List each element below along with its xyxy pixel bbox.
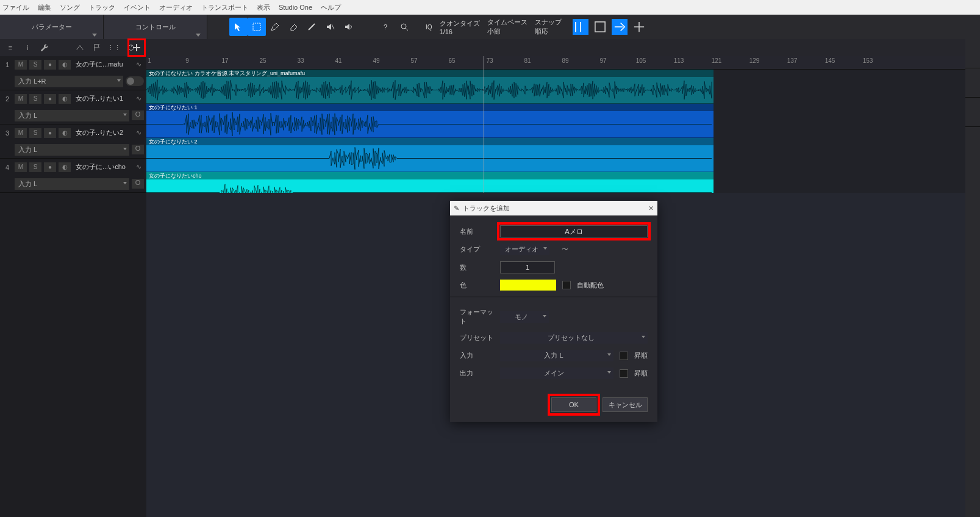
mute-tool[interactable] xyxy=(321,18,339,36)
input-select[interactable]: 入力 L xyxy=(15,144,129,156)
preset-value: プリセットなし xyxy=(548,334,595,341)
input-asc-checkbox[interactable] xyxy=(620,352,628,360)
menu-edit[interactable]: 編集 xyxy=(38,3,51,12)
monitor-button[interactable]: ◐ xyxy=(59,60,71,70)
input-select[interactable]: 入力 L xyxy=(15,178,129,190)
side-tab-1[interactable] xyxy=(965,39,980,68)
info-icon[interactable]: i xyxy=(22,42,33,53)
menu-track[interactable]: トラック xyxy=(88,3,115,12)
monitor-button[interactable]: ◐ xyxy=(59,162,71,172)
svg-point-3 xyxy=(401,24,406,29)
automation-icon[interactable] xyxy=(74,42,85,53)
preset-select[interactable]: プリセットなし xyxy=(500,332,648,344)
input-value: 入力 L xyxy=(544,352,563,359)
count-input[interactable] xyxy=(500,261,555,273)
format-select[interactable]: モノ xyxy=(500,311,549,323)
timebase-select[interactable]: 小節 xyxy=(487,27,501,36)
side-tab-3[interactable] xyxy=(965,98,980,127)
toggle[interactable] xyxy=(126,76,144,86)
track-header[interactable]: 1 M S ● ◐ 女の子に...mafu ∿ 入力 L+R xyxy=(0,56,146,90)
menu-help[interactable]: ヘルプ xyxy=(321,3,341,12)
side-tab-2[interactable] xyxy=(965,68,980,98)
menu-file[interactable]: ファイル xyxy=(2,3,29,12)
solo-button[interactable]: S xyxy=(29,94,41,104)
search-icon[interactable] xyxy=(395,18,413,36)
o-button[interactable]: O xyxy=(132,145,144,154)
snap-toggle-3[interactable] xyxy=(612,19,628,35)
autocolor-checkbox[interactable] xyxy=(562,281,571,289)
menu-view[interactable]: 表示 xyxy=(257,3,270,12)
timeline-ruler[interactable]: 1917253341495765738189971051131211291371… xyxy=(146,56,980,70)
track-list: 1 M S ● ◐ 女の子に...mafu ∿ 入力 L+R 2 M S ● ◐… xyxy=(0,56,146,517)
close-icon[interactable]: ✕ xyxy=(648,204,654,212)
track-header[interactable]: 4 M S ● ◐ 女の子に...いcho ∿ 入力 L O xyxy=(0,159,146,193)
output-asc-checkbox[interactable] xyxy=(620,369,628,378)
arrow-tool[interactable] xyxy=(229,18,248,36)
type-select[interactable]: オーディオ xyxy=(500,244,549,255)
clip-label: 女の子になりたい 1 xyxy=(146,104,714,111)
solo-button[interactable]: S xyxy=(29,60,41,70)
dialog-icon: ✎ xyxy=(454,204,459,212)
ok-button[interactable]: OK xyxy=(551,397,596,412)
dialog-titlebar[interactable]: ✎ トラックを追加 ✕ xyxy=(450,201,657,215)
solo-button[interactable]: S xyxy=(29,128,41,138)
monitor-button[interactable]: ◐ xyxy=(59,128,71,138)
menu-event[interactable]: イベント xyxy=(124,3,151,12)
color-swatch[interactable] xyxy=(500,280,556,291)
mute-button[interactable]: M xyxy=(15,94,27,104)
input-select[interactable]: 入力 L+R xyxy=(15,76,123,87)
output-select[interactable]: メイン xyxy=(500,367,613,379)
mute-button[interactable]: M xyxy=(15,128,27,138)
paint-tool[interactable] xyxy=(302,18,321,36)
parameter-label: パラメーター xyxy=(32,23,72,32)
track-header[interactable]: 3 M S ● ◐ 女の子..りたい2 ∿ 入力 L O xyxy=(0,125,146,159)
menu-song[interactable]: ソング xyxy=(60,3,80,12)
mute-button[interactable]: M xyxy=(15,162,27,172)
record-button[interactable]: ● xyxy=(44,162,56,172)
input-select[interactable]: 入力 L xyxy=(500,350,613,361)
flag-icon[interactable] xyxy=(91,42,102,53)
track-name[interactable]: 女の子..りたい2 xyxy=(76,128,131,137)
control-dropdown[interactable]: コントロール xyxy=(104,15,207,39)
name-input[interactable] xyxy=(500,225,648,237)
snap-toggle-4[interactable] xyxy=(631,19,647,35)
solo-button[interactable]: S xyxy=(29,162,41,172)
listen-tool[interactable] xyxy=(339,18,357,36)
audio-clip[interactable]: 女の子になりたい 2 xyxy=(146,138,714,172)
snap-toggle-2[interactable] xyxy=(592,19,608,35)
track-name[interactable]: 女の子..りたい1 xyxy=(76,94,131,103)
quantize-select[interactable]: 1/16 xyxy=(440,28,452,35)
menu-transport[interactable]: トランスポート xyxy=(201,3,248,12)
o-button[interactable]: O xyxy=(132,179,144,189)
wrench-icon[interactable] xyxy=(39,42,50,53)
track-number: 4 xyxy=(2,164,12,171)
list-icon[interactable]: ≡ xyxy=(5,42,16,53)
eraser-tool[interactable] xyxy=(284,18,302,36)
ruler-mark: 57 xyxy=(410,57,417,64)
parameter-dropdown[interactable]: パラメーター xyxy=(0,15,104,39)
input-select[interactable]: 入力 L xyxy=(15,110,129,121)
add-track-button[interactable] xyxy=(129,40,145,56)
cancel-button[interactable]: キャンセル xyxy=(603,397,648,412)
grid-icon[interactable]: ⋮⋮ xyxy=(109,42,120,53)
o-button[interactable]: O xyxy=(132,110,144,120)
range-tool[interactable] xyxy=(248,18,266,36)
track-name[interactable]: 女の子に...いcho xyxy=(76,162,131,172)
snap-select[interactable]: 順応 xyxy=(535,27,548,36)
audio-clip[interactable]: 女の子になりたい 1 xyxy=(146,104,714,138)
track-name[interactable]: 女の子に...mafu xyxy=(76,60,131,69)
record-button[interactable]: ● xyxy=(44,128,56,138)
snap-toggle-1[interactable] xyxy=(573,19,588,35)
waveform-icon: ∿ xyxy=(133,60,144,68)
ruler-mark: 89 xyxy=(562,57,568,64)
pencil-tool[interactable] xyxy=(266,18,284,36)
menu-audio[interactable]: オーディオ xyxy=(159,3,193,12)
help-icon[interactable]: ? xyxy=(377,18,395,36)
mute-button[interactable]: M xyxy=(15,60,27,70)
record-button[interactable]: ● xyxy=(44,94,56,104)
menu-studioone[interactable]: Studio One xyxy=(279,4,312,11)
track-header[interactable]: 2 M S ● ◐ 女の子..りたい1 ∿ 入力 L O xyxy=(0,90,146,125)
audio-clip[interactable]: 女の子になりたい カラオケ音源 未マスタリング_uni_mafumafu xyxy=(146,70,714,104)
record-button[interactable]: ● xyxy=(44,60,56,70)
monitor-button[interactable]: ◐ xyxy=(59,94,71,104)
